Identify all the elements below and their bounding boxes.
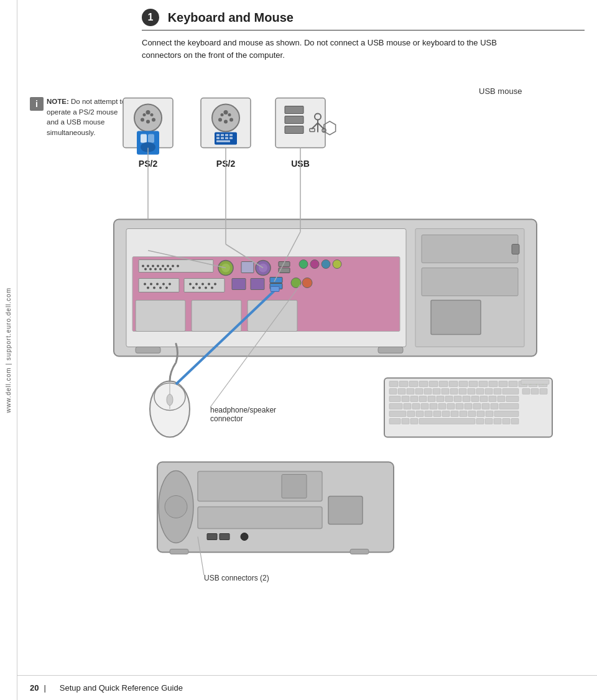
svg-point-53	[157, 265, 159, 268]
svg-rect-129	[439, 381, 448, 387]
svg-point-93	[205, 287, 207, 289]
svg-rect-179	[465, 404, 472, 409]
svg-rect-36	[285, 116, 303, 124]
svg-rect-158	[402, 396, 409, 402]
mouse-illustration	[150, 344, 190, 437]
svg-point-83	[159, 287, 162, 289]
svg-rect-107	[431, 301, 481, 335]
page-number: 20	[30, 683, 39, 693]
svg-text:⬡: ⬡	[322, 118, 337, 138]
svg-rect-49	[139, 260, 213, 273]
svg-rect-150	[476, 389, 484, 394]
svg-rect-167	[480, 396, 488, 402]
svg-point-54	[162, 265, 164, 268]
svg-rect-202	[494, 419, 501, 424]
svg-point-62	[164, 268, 167, 271]
svg-point-92	[198, 287, 201, 289]
svg-rect-180	[473, 404, 481, 409]
usb-mouse-label: USB mouse	[479, 86, 522, 96]
svg-point-84	[165, 287, 168, 289]
svg-rect-185	[407, 411, 415, 417]
svg-rect-186	[416, 411, 423, 417]
svg-point-61	[159, 268, 162, 271]
svg-rect-24	[216, 134, 220, 136]
svg-rect-199	[419, 419, 475, 424]
svg-rect-140	[389, 389, 397, 394]
svg-point-73	[322, 260, 330, 269]
svg-rect-130	[449, 381, 458, 387]
svg-point-4	[146, 110, 150, 114]
svg-rect-175	[430, 404, 437, 409]
svg-rect-161	[428, 396, 435, 402]
svg-rect-126	[409, 381, 418, 387]
svg-rect-188	[433, 411, 441, 417]
svg-rect-148	[459, 389, 466, 394]
keyboard-illustration	[384, 378, 552, 437]
headphone-label: headphone/speaker	[210, 406, 276, 414]
computer-front-panel	[157, 462, 394, 554]
svg-rect-178	[456, 404, 463, 409]
svg-rect-215	[282, 475, 307, 498]
svg-rect-147	[450, 389, 458, 394]
svg-rect-134	[489, 381, 497, 387]
svg-rect-159	[410, 396, 418, 402]
svg-point-6	[146, 120, 150, 124]
svg-rect-195	[494, 411, 519, 417]
svg-rect-29	[221, 138, 224, 139]
svg-rect-131	[459, 381, 468, 387]
svg-rect-151	[485, 389, 493, 394]
sidebar-text: www.dell.com | support.euro.dell.com	[5, 287, 12, 413]
svg-rect-204	[511, 419, 519, 424]
svg-rect-154	[522, 389, 530, 394]
svg-rect-172	[404, 404, 411, 409]
svg-point-52	[152, 265, 154, 268]
svg-rect-217	[207, 534, 217, 540]
svg-point-3	[134, 105, 162, 132]
svg-rect-105	[422, 235, 518, 263]
svg-point-50	[142, 265, 144, 268]
svg-rect-198	[410, 419, 418, 424]
svg-point-22	[228, 113, 231, 116]
footer-separator: |	[44, 683, 45, 693]
main-content: 1 Keyboard and Mouse Connect the keyboar…	[17, 0, 597, 700]
svg-rect-184	[389, 411, 406, 417]
svg-rect-106	[422, 268, 518, 296]
svg-point-9	[150, 113, 154, 116]
svg-point-7	[152, 118, 155, 122]
svg-rect-189	[442, 411, 450, 417]
svg-rect-222	[350, 549, 369, 554]
svg-point-21	[221, 113, 224, 116]
svg-rect-37	[285, 126, 303, 134]
svg-rect-169	[497, 396, 505, 402]
svg-point-86	[189, 283, 192, 286]
svg-point-59	[149, 268, 152, 271]
svg-rect-28	[216, 138, 220, 139]
svg-rect-163	[445, 396, 453, 402]
svg-rect-153	[502, 389, 519, 394]
svg-rect-136	[509, 381, 517, 387]
svg-point-89	[208, 283, 210, 286]
svg-rect-221	[170, 549, 188, 554]
svg-rect-170	[506, 396, 519, 402]
svg-rect-192	[468, 411, 476, 417]
svg-rect-171	[389, 404, 402, 409]
svg-rect-191	[460, 411, 467, 417]
svg-rect-25	[221, 134, 224, 136]
svg-rect-127	[419, 381, 428, 387]
svg-rect-190	[451, 411, 458, 417]
svg-rect-194	[486, 411, 493, 417]
svg-rect-145	[433, 389, 440, 394]
svg-rect-196	[389, 419, 400, 424]
svg-point-63	[169, 268, 172, 271]
footer-title: Setup and Quick Reference Guide	[60, 683, 183, 693]
svg-rect-182	[491, 404, 498, 409]
svg-rect-26	[225, 134, 228, 136]
svg-rect-101	[136, 301, 185, 332]
svg-point-72	[310, 260, 319, 269]
svg-point-219	[241, 533, 248, 541]
svg-point-213	[165, 496, 187, 518]
svg-rect-155	[531, 389, 539, 394]
svg-rect-168	[489, 396, 496, 402]
svg-point-51	[147, 265, 149, 268]
svg-rect-209	[521, 380, 549, 385]
